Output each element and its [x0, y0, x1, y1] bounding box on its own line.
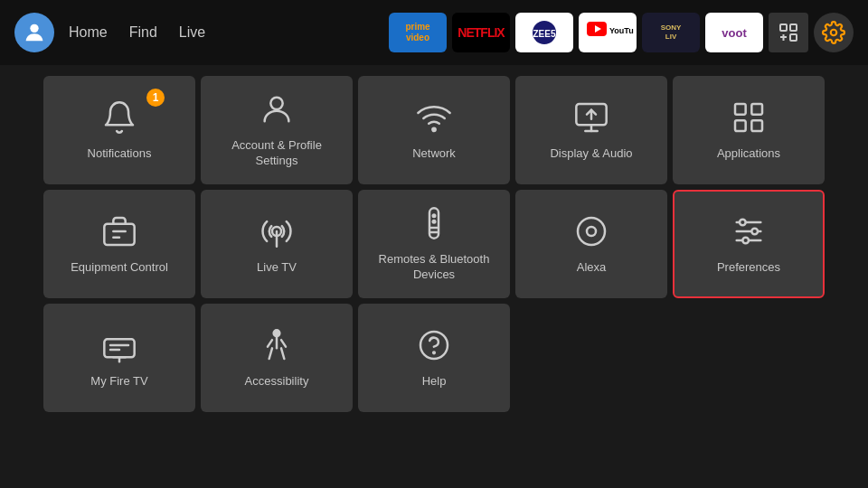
- tile-my-fire-tv-label: My Fire TV: [90, 374, 147, 389]
- tile-accessibility[interactable]: Accessibility: [201, 304, 353, 412]
- svg-text:ZEE5: ZEE5: [533, 29, 555, 39]
- antenna-icon: [259, 213, 295, 253]
- person-icon: [259, 91, 295, 131]
- tile-network[interactable]: Network: [358, 76, 510, 184]
- app-icon-voot[interactable]: voot: [705, 13, 763, 52]
- svg-point-33: [578, 218, 605, 245]
- tile-display-label: Display & Audio: [550, 146, 632, 162]
- tile-accessibility-label: Accessibility: [245, 374, 309, 389]
- firetv-icon: [101, 327, 137, 367]
- bell-icon: [101, 99, 137, 139]
- app-icon-grid[interactable]: [769, 13, 808, 52]
- app-icon-settings[interactable]: [814, 13, 854, 52]
- tv-icon: [101, 213, 137, 253]
- tile-notifications-label: Notifications: [88, 146, 152, 162]
- display-icon: [573, 99, 609, 139]
- tile-applications-label: Applications: [717, 146, 780, 162]
- nav-links: Home Find Live: [69, 21, 205, 44]
- tile-equipment-control[interactable]: Equipment Control: [43, 190, 195, 298]
- svg-point-0: [30, 24, 38, 33]
- tile-alexa[interactable]: Alexa: [515, 190, 667, 298]
- svg-point-39: [742, 237, 749, 243]
- svg-rect-21: [751, 120, 762, 131]
- tile-help[interactable]: Help: [358, 304, 510, 412]
- tile-network-label: Network: [412, 146, 456, 162]
- svg-point-38: [751, 228, 758, 234]
- wifi-icon: [416, 99, 452, 139]
- tile-my-fire-tv[interactable]: My Fire TV: [43, 304, 195, 412]
- tile-account-label: Account & Profile Settings: [210, 138, 344, 169]
- svg-point-13: [270, 98, 282, 109]
- svg-rect-20: [751, 104, 762, 115]
- tile-preferences-label: Preferences: [717, 260, 780, 276]
- accessibility-icon: [259, 327, 295, 367]
- sliders-icon: [731, 213, 767, 253]
- main-content: 1 Notifications Account & Profile Settin…: [0, 65, 868, 423]
- top-navigation: Home Find Live primevideo NETFLIX ZEE5 Y…: [0, 0, 868, 65]
- svg-rect-23: [104, 223, 134, 244]
- svg-rect-8: [790, 24, 797, 31]
- svg-rect-22: [735, 120, 746, 131]
- alexa-icon: [573, 213, 609, 253]
- app-icon-prime[interactable]: primevideo: [389, 13, 447, 52]
- app-icon-sony[interactable]: SONYLIV: [642, 13, 700, 52]
- notification-badge: 1: [146, 89, 165, 107]
- svg-point-14: [432, 127, 435, 130]
- tile-help-label: Help: [422, 374, 447, 389]
- nav-find[interactable]: Find: [129, 21, 157, 44]
- nav-home[interactable]: Home: [69, 21, 108, 44]
- tile-display-audio[interactable]: Display & Audio: [515, 76, 667, 184]
- tile-remotes-bluetooth[interactable]: Remotes & Bluetooth Devices: [358, 190, 510, 298]
- app-icon-zee[interactable]: ZEE5: [515, 13, 573, 52]
- tile-equipment-label: Equipment Control: [71, 260, 168, 276]
- svg-point-46: [420, 332, 448, 359]
- app-icon-youtube[interactable]: YouTube: [579, 13, 637, 52]
- svg-rect-7: [780, 24, 787, 31]
- tile-alexa-label: Alexa: [577, 260, 607, 276]
- svg-point-12: [831, 30, 837, 36]
- tile-live-tv[interactable]: Live TV: [201, 190, 353, 298]
- help-icon: [416, 327, 452, 367]
- tile-account-profile[interactable]: Account & Profile Settings: [201, 76, 353, 184]
- tile-notifications[interactable]: 1 Notifications: [43, 76, 195, 184]
- svg-rect-9: [790, 34, 797, 41]
- svg-rect-40: [104, 339, 134, 357]
- remote-icon: [416, 205, 452, 245]
- tile-applications[interactable]: Applications: [673, 76, 825, 184]
- svg-point-47: [433, 352, 435, 353]
- tile-live-tv-label: Live TV: [257, 260, 297, 276]
- settings-grid: 1 Notifications Account & Profile Settin…: [43, 76, 825, 412]
- app-icons-bar: primevideo NETFLIX ZEE5 YouTube SONYLIV …: [389, 13, 854, 52]
- apps-icon: [731, 99, 767, 139]
- svg-rect-19: [735, 104, 746, 115]
- app-icon-netflix[interactable]: NETFLIX: [452, 13, 510, 52]
- user-avatar[interactable]: [14, 13, 54, 52]
- tile-remotes-label: Remotes & Bluetooth Devices: [367, 252, 501, 283]
- svg-text:YouTube: YouTube: [609, 26, 634, 35]
- svg-point-37: [740, 219, 746, 225]
- nav-live[interactable]: Live: [179, 21, 205, 44]
- tile-preferences[interactable]: Preferences: [673, 190, 825, 298]
